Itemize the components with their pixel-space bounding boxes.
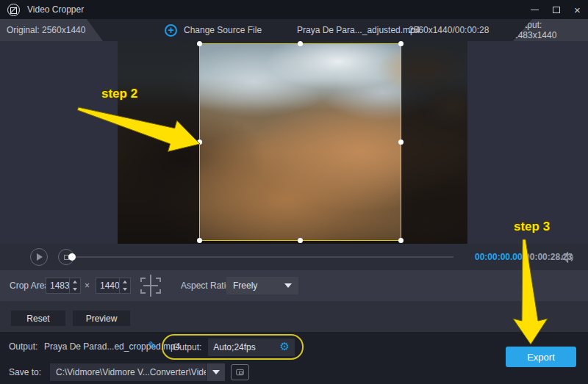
window-title: Video Cropper bbox=[27, 4, 84, 15]
save-to-label: Save to: bbox=[9, 367, 41, 377]
crop-width-stepper-up[interactable] bbox=[70, 278, 79, 286]
play-button[interactable] bbox=[30, 248, 48, 266]
crop-height-stepper bbox=[119, 278, 129, 293]
app-crop-icon bbox=[7, 4, 20, 16]
aspect-ratio-select[interactable]: Freely bbox=[226, 277, 298, 294]
title-bar: Video Cropper × bbox=[0, 0, 588, 19]
crop-shade-right bbox=[401, 41, 467, 244]
change-source-file-button[interactable]: + Change Source File bbox=[165, 19, 262, 41]
original-resolution-label: Original: 2560x1440 bbox=[0, 19, 103, 41]
video-stage bbox=[0, 41, 588, 244]
crop-width-stepper-down[interactable] bbox=[70, 286, 79, 293]
output-format-label: Output: bbox=[173, 342, 201, 352]
output-format-select[interactable]: Auto;24fps ⚙ bbox=[208, 338, 295, 356]
preview-button[interactable]: Preview bbox=[73, 311, 130, 326]
crop-handle-top-center[interactable] bbox=[298, 41, 303, 46]
crosshair-icon bbox=[138, 275, 163, 297]
crop-width-stepper bbox=[69, 278, 79, 293]
output-format-value: Auto;24fps bbox=[213, 342, 255, 352]
crop-handle-bottom-left[interactable] bbox=[197, 238, 202, 243]
crop-handle-middle-left[interactable] bbox=[197, 140, 202, 145]
folder-icon bbox=[236, 368, 244, 377]
aspect-ratio-value: Freely bbox=[233, 280, 257, 291]
current-time: 00:00:00.00 bbox=[475, 252, 523, 262]
info-bar: Original: 2560x1440 + Change Source File… bbox=[0, 19, 588, 41]
chevron-down-icon bbox=[212, 370, 220, 374]
multiply-sign: × bbox=[85, 270, 90, 301]
output-file-name: Praya De Parad...ed_cropped.mp4 bbox=[44, 341, 180, 352]
crop-handle-middle-right[interactable] bbox=[398, 140, 404, 145]
stepper-up-icon bbox=[73, 280, 77, 283]
save-path-select[interactable]: C:\Vidmore\Vidmore V...Converter\Video C… bbox=[50, 363, 206, 381]
aspect-ratio-label: Aspect Ratio: bbox=[181, 270, 233, 301]
export-button[interactable]: Export bbox=[506, 347, 576, 367]
play-icon bbox=[37, 253, 43, 261]
crop-height-stepper-down[interactable] bbox=[120, 286, 129, 293]
crop-settings-bar: Crop Area: × Aspect Ratio: bbox=[0, 270, 588, 301]
action-button-row: Reset Preview bbox=[0, 301, 588, 332]
minimize-button[interactable] bbox=[524, 0, 545, 19]
crop-shade-left bbox=[118, 41, 199, 244]
loaded-file-name: Praya De Para..._adjusted.mp4 bbox=[297, 19, 420, 41]
maximize-icon bbox=[553, 7, 560, 13]
video-cropper-window: Video Cropper × Original: 2560x1440 + Ch… bbox=[0, 0, 588, 384]
playback-bar: 00:00:00.00/00:00:28.23 bbox=[0, 244, 588, 270]
change-source-file-label: Change Source File bbox=[184, 25, 262, 35]
plus-icon: + bbox=[165, 24, 177, 37]
time-display: 00:00:00.00/00:00:28.23 bbox=[475, 244, 573, 270]
crop-height-field bbox=[96, 278, 131, 294]
maximize-button[interactable] bbox=[545, 0, 567, 19]
window-controls: × bbox=[524, 0, 588, 19]
crop-width-field bbox=[46, 278, 81, 294]
center-crop-tool[interactable] bbox=[138, 275, 163, 299]
crop-handle-bottom-center[interactable] bbox=[298, 238, 303, 243]
crop-height-stepper-up[interactable] bbox=[120, 278, 129, 286]
crop-selection-box[interactable] bbox=[199, 43, 401, 241]
crop-handle-top-left[interactable] bbox=[197, 41, 202, 46]
crop-width-input[interactable] bbox=[46, 278, 69, 293]
crop-handle-bottom-right[interactable] bbox=[398, 238, 404, 243]
timeline-slider[interactable] bbox=[70, 256, 453, 258]
timeline-slider-thumb[interactable] bbox=[68, 253, 76, 261]
chevron-down-icon bbox=[284, 283, 292, 288]
settings-gear-icon[interactable]: ⚙ bbox=[280, 341, 290, 352]
save-path-dropdown-button[interactable] bbox=[207, 363, 225, 381]
output-resolution-label: Output: 1483x1440 bbox=[513, 19, 588, 41]
minimize-icon bbox=[531, 10, 539, 10]
bottom-panel: Output: Praya De Parad...ed_cropped.mp4 … bbox=[0, 332, 588, 384]
browse-folder-button[interactable] bbox=[231, 364, 249, 380]
stepper-down-icon bbox=[73, 288, 77, 291]
reset-button[interactable]: Reset bbox=[11, 311, 65, 326]
output-file-label: Output: bbox=[9, 341, 37, 352]
edit-filename-icon[interactable]: ✎ bbox=[148, 339, 157, 352]
output-format-highlight: Output: Auto;24fps ⚙ bbox=[162, 334, 304, 360]
volume-icon bbox=[562, 252, 574, 263]
crop-height-input[interactable] bbox=[96, 278, 119, 293]
stepper-up-icon bbox=[123, 280, 127, 283]
close-icon: × bbox=[574, 4, 581, 15]
file-resolution-duration: 2560x1440/00:00:28 bbox=[409, 19, 489, 41]
close-button[interactable]: × bbox=[567, 0, 588, 19]
volume-button[interactable] bbox=[562, 244, 574, 270]
stepper-down-icon bbox=[123, 288, 127, 291]
crop-handle-top-right[interactable] bbox=[398, 41, 404, 46]
